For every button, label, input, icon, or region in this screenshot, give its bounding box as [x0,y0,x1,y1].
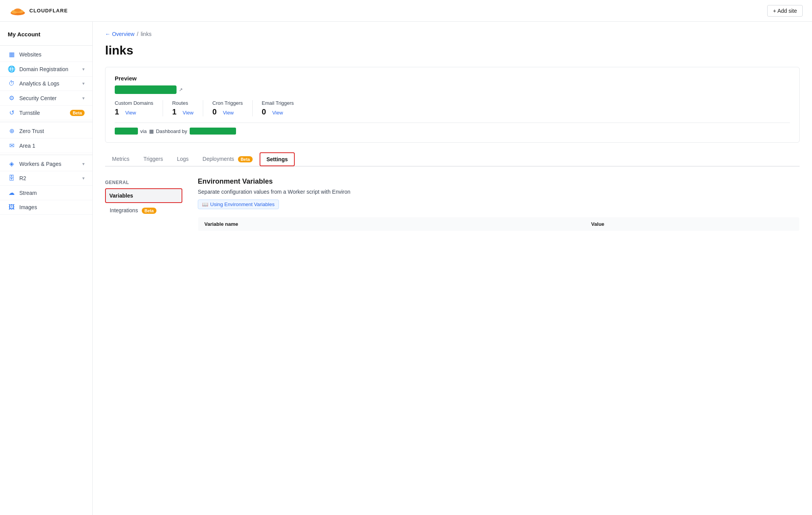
deploy-dashboard-text: Dashboard by [156,128,187,134]
sidebar-item-label: Security Center [19,95,78,101]
table-header-name: Variable name [198,217,585,231]
settings-nav-variables[interactable]: Variables [105,188,182,203]
tab-settings[interactable]: Settings [260,152,295,166]
stat-value: 0 [262,107,266,116]
stat-label: Cron Triggers [212,100,243,106]
deploy-info: via ▦ Dashboard by [115,123,790,135]
cloudflare-logo-icon [9,5,26,16]
sidebar-item-label: Workers & Pages [19,161,78,167]
sidebar-item-websites[interactable]: ▦ Websites [0,47,92,62]
sidebar-section-title: My Account [0,28,92,44]
security-icon: ⚙ [8,94,15,102]
chevron-down-icon: ▾ [82,161,85,167]
sidebar-item-label: R2 [19,175,78,181]
settings-content: Environment Variables Separate configura… [182,177,800,231]
sidebar-item-r2[interactable]: 🗄 R2 ▾ [0,171,92,186]
routes-view-link[interactable]: View [183,110,194,116]
chevron-down-icon: ▾ [82,67,85,72]
sidebar-item-analytics-logs[interactable]: ⏱ Analytics & Logs ▾ [0,77,92,91]
zero-trust-icon: ⊕ [8,127,15,135]
preview-url: ↗ [115,85,790,94]
svg-point-5 [14,8,21,12]
tab-deployments[interactable]: Deployments Beta [195,152,259,167]
env-vars-description: Separate configuration values from a Wor… [198,189,800,195]
stat-cron-triggers: Cron Triggers 0 View [212,100,253,116]
sidebar-item-domain-registration[interactable]: 🌐 Domain Registration ▾ [0,62,92,77]
cron-view-link[interactable]: View [223,110,234,116]
sidebar-item-label: Domain Registration [19,66,78,72]
deployments-beta-badge: Beta [238,156,253,162]
add-site-button[interactable]: + Add site [767,5,803,17]
env-vars-table: Variable name Value [198,217,800,231]
breadcrumb-current: links [141,31,151,37]
breadcrumb-back-link[interactable]: ← Overview [105,31,134,37]
analytics-icon: ⏱ [8,80,15,87]
external-link-icon[interactable]: ↗ [179,87,183,92]
sidebar: My Account ▦ Websites 🌐 Domain Registrat… [0,22,93,515]
area1-icon: ✉ [8,142,15,149]
chevron-down-icon: ▾ [82,176,85,181]
globe-icon: 🌐 [8,65,15,73]
settings-layout: General Variables Integrations Beta Envi… [105,177,800,231]
stats-row: Custom Domains 1 View Routes 1 View Cron… [115,100,790,116]
stat-label: Email Triggers [262,100,294,106]
stat-email-triggers: Email Triggers 0 View [262,100,303,116]
env-vars-link[interactable]: 📖 Using Environment Variables [198,200,279,209]
stat-value: 1 [172,107,177,116]
book-icon: 📖 [202,201,208,207]
beta-badge: Beta [70,110,85,116]
sidebar-item-security-center[interactable]: ⚙ Security Center ▾ [0,91,92,106]
tab-metrics[interactable]: Metrics [105,152,136,167]
websites-icon: ▦ [8,51,15,58]
stat-value: 1 [115,107,119,116]
turnstile-icon: ↺ [8,109,15,116]
chevron-down-icon: ▾ [82,95,85,101]
integrations-beta-badge: Beta [142,208,156,214]
settings-nav-section-general: General [105,177,182,188]
deploy-via-text: via [140,128,147,134]
stat-label: Routes [172,100,194,106]
logo-text: CLOUDFLARE [29,8,68,14]
sidebar-item-turnstile[interactable]: ↺ Turnstile Beta [0,106,92,120]
main-content: ← Overview / links links Preview ↗ Custo… [93,22,812,515]
sidebar-item-label: Images [19,204,85,210]
env-vars-link-label: Using Environment Variables [210,201,275,207]
stat-custom-domains: Custom Domains 1 View [115,100,163,116]
deploy-user-bar [190,128,236,135]
preview-card: Preview ↗ Custom Domains 1 View Routes 1 [105,67,800,143]
tabs-bar: Metrics Triggers Logs Deployments Beta S… [105,152,800,167]
app-header: CLOUDFLARE + Add site [0,0,812,22]
sidebar-item-zero-trust[interactable]: ⊕ Zero Trust [0,124,92,138]
r2-icon: 🗄 [8,175,15,182]
workers-icon: ◈ [8,160,15,167]
preview-label: Preview [115,75,790,82]
breadcrumb: ← Overview / links [105,31,800,37]
logo: CLOUDFLARE [9,5,68,16]
stat-routes: Routes 1 View [172,100,203,116]
sidebar-item-workers-pages[interactable]: ◈ Workers & Pages ▾ [0,157,92,171]
sidebar-item-label: Stream [19,190,85,196]
sidebar-item-label: Area 1 [19,143,85,149]
sidebar-item-label: Turnstile [19,110,66,116]
breadcrumb-separator: / [137,31,138,37]
dashboard-icon: ▦ [149,128,154,134]
main-layout: My Account ▦ Websites 🌐 Domain Registrat… [0,22,812,515]
table-header-value: Value [585,217,799,231]
deploy-hash-bar [115,128,138,135]
custom-domains-view-link[interactable]: View [125,110,136,116]
chevron-down-icon: ▾ [82,81,85,86]
page-title: links [105,43,800,58]
tab-triggers[interactable]: Triggers [136,152,170,167]
sidebar-item-label: Websites [19,51,85,58]
preview-url-bar [115,85,177,94]
sidebar-item-label: Zero Trust [19,128,85,134]
sidebar-item-stream[interactable]: ☁ Stream [0,186,92,200]
images-icon: 🖼 [8,204,15,211]
settings-nav: General Variables Integrations Beta [105,177,182,231]
stat-value: 0 [212,107,217,116]
sidebar-item-area1[interactable]: ✉ Area 1 [0,138,92,153]
email-view-link[interactable]: View [272,110,283,116]
tab-logs[interactable]: Logs [170,152,195,167]
settings-nav-integrations[interactable]: Integrations Beta [105,204,182,217]
sidebar-item-images[interactable]: 🖼 Images [0,200,92,215]
